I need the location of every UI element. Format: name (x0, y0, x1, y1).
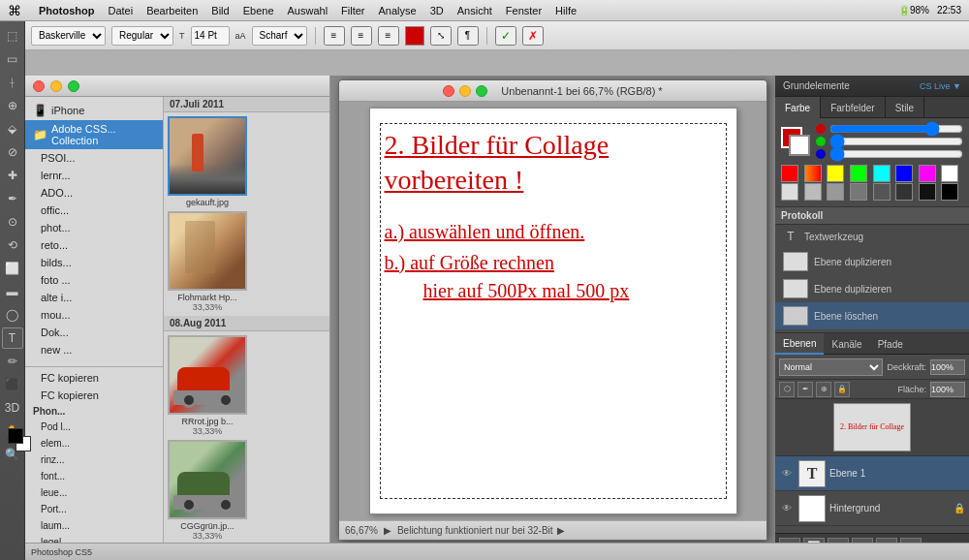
lock-pixel-btn[interactable]: ✒ (797, 382, 813, 397)
antialiasing-select[interactable]: Scharf (252, 26, 307, 46)
protocol-textwerkzeug[interactable]: T Textwerkzeug (775, 225, 969, 248)
menu-bild[interactable]: Bild (211, 5, 229, 16)
font-family-select[interactable]: Baskerville (31, 26, 106, 46)
tab-ebenen[interactable]: Ebenen (775, 333, 824, 355)
tool-heal[interactable]: ✚ (2, 165, 23, 186)
lock-transparent-btn[interactable]: ⬡ (779, 382, 795, 397)
swatch-dgray[interactable] (895, 183, 913, 201)
lock-all-btn[interactable]: 🔒 (834, 382, 850, 397)
bg-color-box[interactable] (789, 135, 810, 156)
menu-fenster[interactable]: Fenster (506, 5, 542, 16)
color-stop-green[interactable] (816, 137, 826, 146)
swatch-white[interactable] (941, 165, 958, 182)
color-stop-blue[interactable] (816, 149, 826, 159)
tool-text[interactable]: T (2, 327, 23, 349)
swatch-gray1[interactable] (804, 183, 822, 201)
character-panel-btn[interactable]: ¶ (457, 26, 479, 46)
tool-crop[interactable]: ⬙ (2, 118, 23, 140)
swatch-gray4[interactable] (873, 183, 891, 201)
font-style-select[interactable]: Regular (111, 26, 173, 46)
foreground-color[interactable] (8, 428, 23, 444)
menu-ebene[interactable]: Ebene (243, 5, 274, 16)
swatch-magenta[interactable] (919, 165, 936, 182)
tool-shape[interactable]: ⬛ (2, 374, 23, 395)
tool-3d[interactable]: 3D (2, 397, 23, 419)
menu-auswahl[interactable]: Auswahl (288, 5, 328, 16)
opacity-input[interactable] (930, 359, 965, 375)
tab-farbe[interactable]: Farbe (775, 97, 821, 118)
folder-fc-kopieren1[interactable]: FC kopieren (25, 369, 163, 387)
protocol-ebene-dup1[interactable]: Ebene duplizieren (775, 248, 969, 275)
tool-eraser[interactable]: ⬜ (2, 258, 23, 279)
menu-hilfe[interactable]: Hilfe (555, 5, 577, 16)
tool-dodge[interactable]: ◯ (2, 304, 23, 326)
swatch-gray3[interactable] (850, 183, 867, 201)
folder-pod[interactable]: Pod l... (25, 419, 163, 435)
layer-row-hintergrund[interactable]: 👁 Hintergrund 🔒 (775, 491, 969, 526)
fg-bg-selector[interactable] (781, 127, 810, 156)
protocol-ebene-dup2[interactable]: Ebene duplizieren (775, 275, 969, 302)
swatch-gray2[interactable] (827, 183, 844, 201)
tab-stile[interactable]: Stile (886, 97, 924, 118)
swatch-red[interactable] (781, 165, 798, 182)
folder-offic[interactable]: offic... (25, 202, 163, 219)
folder-dok[interactable]: Dok... (25, 324, 163, 341)
folder-bilds[interactable]: bilds... (25, 254, 163, 271)
canvas-document[interactable]: 2. Bilder für Collage vorbereiten ! a.) … (369, 108, 737, 514)
cancel-btn[interactable]: ✗ (522, 26, 544, 46)
folder-mou[interactable]: mou... (25, 306, 163, 324)
tab-pfade[interactable]: Pfade (870, 333, 911, 355)
swatch-black[interactable] (941, 183, 958, 201)
cs-live-btn[interactable]: CS Live ▼ (920, 81, 961, 91)
thumb-cgggruen[interactable]: CGGgrün.jp... 33,33% (168, 440, 247, 541)
swatch-blue[interactable] (895, 165, 913, 182)
doc-maximize-btn[interactable] (476, 85, 487, 97)
browser-minimize-btn[interactable] (50, 80, 62, 92)
menu-datei[interactable]: Datei (108, 5, 133, 16)
align-center-btn[interactable]: ≡ (351, 26, 372, 46)
folder-ado[interactable]: ADO... (25, 184, 163, 202)
color-stop-red[interactable] (816, 124, 826, 134)
swatch-cyan[interactable] (873, 165, 891, 182)
menu-ansicht[interactable]: Ansicht (457, 5, 492, 16)
tool-selection[interactable]: ▭ (2, 48, 23, 70)
folder-foto[interactable]: foto ... (25, 271, 163, 289)
folder-reto[interactable]: reto... (25, 236, 163, 254)
color-slider-b[interactable] (829, 149, 963, 159)
folder-psoi[interactable]: PSOI... (25, 149, 163, 167)
tool-history[interactable]: ⟲ (2, 234, 23, 256)
font-size-input[interactable] (191, 26, 230, 46)
color-slider-r[interactable] (829, 124, 963, 134)
lock-position-btn[interactable]: ⊕ (816, 382, 831, 397)
confirm-btn[interactable]: ✓ (495, 26, 516, 46)
tab-farbfelder[interactable]: Farbfelder (821, 97, 886, 118)
swatch-green[interactable] (850, 165, 867, 182)
doc-close-btn[interactable] (443, 85, 454, 97)
folder-font[interactable]: font... (25, 468, 163, 484)
menu-bearbeiten[interactable]: Bearbeiten (146, 5, 198, 16)
thumb-rrrot[interactable]: RRrot.jpg b... 33,33% (168, 335, 247, 436)
align-left-btn[interactable]: ≡ (324, 26, 345, 46)
browser-maximize-btn[interactable] (68, 80, 79, 92)
folder-port[interactable]: Port... (25, 501, 163, 517)
browser-close-btn[interactable] (33, 80, 45, 92)
folder-iphone[interactable]: 📱 iPhone (25, 101, 163, 120)
color-picker[interactable] (8, 428, 23, 444)
fill-input[interactable] (930, 382, 965, 397)
color-slider-g[interactable] (829, 137, 963, 146)
folder-collection[interactable]: 📁 Adobe CSS... Collection (25, 120, 163, 149)
menu-photoshop[interactable]: Photoshop (39, 5, 94, 16)
tool-clone[interactable]: ⊙ (2, 211, 23, 233)
thumb-gekauft[interactable]: gekauft.jpg (168, 116, 247, 207)
swatch-lgray[interactable] (781, 183, 798, 201)
tool-brush[interactable]: ✒ (2, 188, 23, 209)
swatch-yellow[interactable] (827, 165, 844, 182)
tool-eyedropper[interactable]: ⊘ (2, 141, 23, 163)
menu-3d[interactable]: 3D (430, 5, 444, 16)
protocol-header[interactable]: Protokoll (775, 207, 969, 225)
folder-laum[interactable]: laum... (25, 517, 163, 534)
doc-content[interactable]: 2. Bilder für Collage vorbereiten ! a.) … (339, 102, 766, 520)
tool-lasso[interactable]: ⟊ (2, 72, 23, 93)
folder-rinz[interactable]: rinz... (25, 451, 163, 468)
folder-fc-kopieren2[interactable]: FC kopieren (25, 387, 163, 404)
